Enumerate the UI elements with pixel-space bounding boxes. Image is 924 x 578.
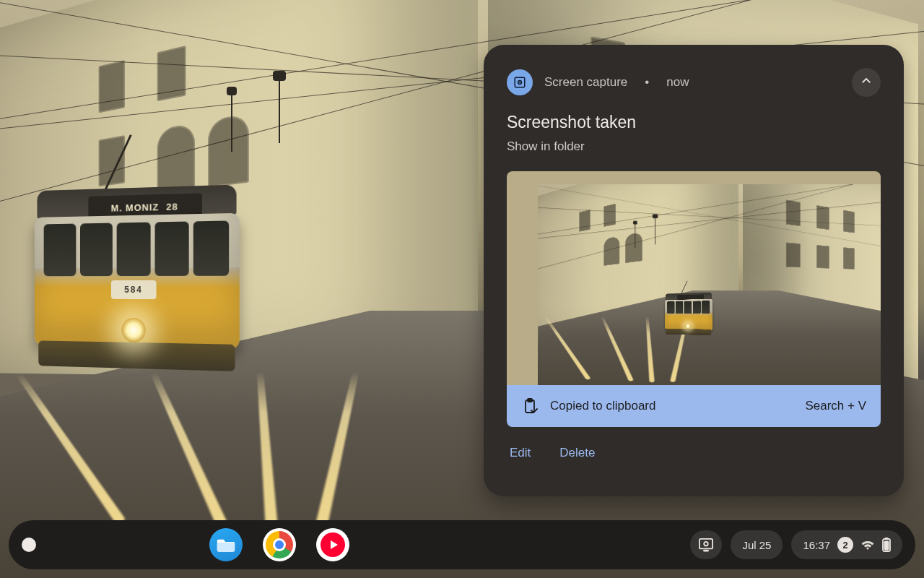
calendar-tray-button[interactable]: Jul 25 <box>731 530 783 559</box>
shelf-time: 16:37 <box>803 539 830 551</box>
shelf: Jul 25 16:37 2 <box>9 520 915 569</box>
youtube-music-app-icon[interactable] <box>316 528 349 561</box>
screen-capture-tray-button[interactable] <box>690 530 722 559</box>
svg-point-2 <box>519 82 520 83</box>
clipboard-shortcut: Search + V <box>805 399 866 413</box>
screenshot-notification: Screen capture • now Screenshot taken Sh… <box>484 45 904 496</box>
svg-rect-8 <box>704 550 709 551</box>
notification-title: Screenshot taken <box>507 113 881 132</box>
wifi-icon <box>860 539 875 551</box>
notification-time: now <box>666 75 689 90</box>
clipboard-bar[interactable]: Copied to clipboard Search + V <box>507 385 881 427</box>
screenshot-preview[interactable] <box>507 171 881 385</box>
wallpaper-tram: M. MONIZ 28 584 <box>35 184 240 379</box>
edit-button[interactable]: Edit <box>510 446 531 460</box>
status-tray: Jul 25 16:37 2 <box>690 530 902 559</box>
svg-rect-11 <box>884 541 889 550</box>
svg-point-7 <box>705 542 708 545</box>
screen-capture-tray-icon <box>698 538 714 552</box>
svg-rect-6 <box>699 539 712 549</box>
notification-separator: • <box>645 75 649 90</box>
files-app-icon[interactable] <box>209 528 243 561</box>
tram-route-label: M. MONIZ <box>111 202 160 214</box>
show-in-folder-link[interactable]: Show in folder <box>507 139 881 154</box>
svg-rect-10 <box>885 538 888 539</box>
status-area[interactable]: 16:37 2 <box>791 530 902 559</box>
notification-count-badge: 2 <box>837 537 853 553</box>
delete-button[interactable]: Delete <box>559 446 595 460</box>
chevron-up-icon <box>860 74 873 90</box>
notification-source: Screen capture <box>544 75 627 90</box>
clipboard-icon <box>521 397 539 415</box>
tram-fleet-number: 584 <box>111 280 157 299</box>
clipboard-label: Copied to clipboard <box>550 399 655 413</box>
tram-route-number: 28 <box>166 201 178 212</box>
collapse-button[interactable] <box>852 68 881 97</box>
screen-capture-icon <box>507 69 533 95</box>
svg-rect-5 <box>217 543 235 552</box>
shelf-apps <box>209 528 349 561</box>
battery-icon <box>882 538 891 552</box>
launcher-button[interactable] <box>22 538 36 552</box>
chrome-app-icon[interactable] <box>263 528 296 561</box>
shelf-date: Jul 25 <box>742 539 771 551</box>
